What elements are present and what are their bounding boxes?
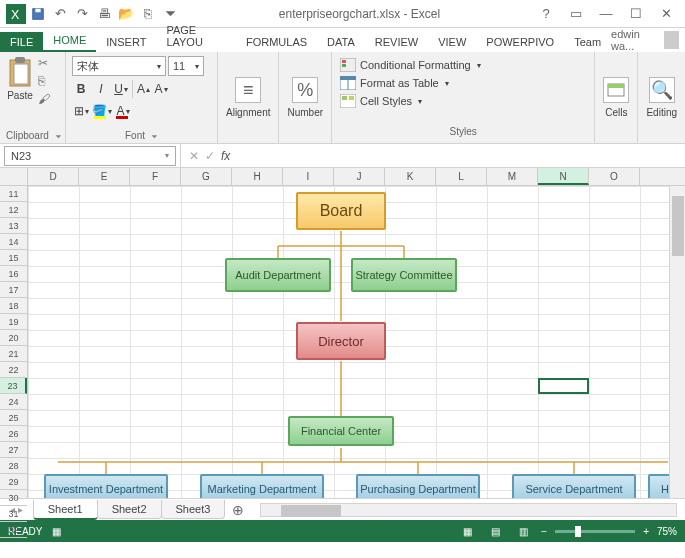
col-header-selected[interactable]: N: [538, 168, 589, 185]
conditional-formatting-button[interactable]: Conditional Formatting▾: [340, 58, 586, 72]
col-header[interactable]: E: [79, 168, 130, 185]
maximize-icon[interactable]: ☐: [623, 4, 649, 24]
italic-button[interactable]: I: [92, 80, 110, 98]
sheet-tab[interactable]: Sheet3: [161, 500, 226, 519]
name-box[interactable]: N23▾: [4, 146, 176, 166]
row-header[interactable]: 15: [0, 250, 27, 266]
row-header[interactable]: 21: [0, 346, 27, 362]
fx-cancel-icon[interactable]: ✕: [189, 149, 199, 163]
zoom-level[interactable]: 75%: [657, 526, 677, 537]
tab-insert[interactable]: INSERT: [96, 32, 156, 52]
cells-area[interactable]: Board Audit Department Strategy Committe…: [28, 186, 685, 498]
tab-data[interactable]: DATA: [317, 32, 365, 52]
group-label-font[interactable]: Font: [72, 128, 211, 141]
zoom-in-button[interactable]: +: [643, 526, 649, 537]
row-header[interactable]: 22: [0, 362, 27, 378]
font-color-button[interactable]: A▾: [114, 102, 132, 120]
group-label-clipboard[interactable]: Clipboard: [6, 128, 59, 141]
col-header[interactable]: H: [232, 168, 283, 185]
row-header[interactable]: 18: [0, 298, 27, 314]
group-editing[interactable]: 🔍 Editing: [638, 52, 685, 143]
row-header[interactable]: 19: [0, 314, 27, 330]
zoom-slider[interactable]: [555, 530, 635, 533]
col-header[interactable]: L: [436, 168, 487, 185]
col-header[interactable]: D: [28, 168, 79, 185]
minimize-icon[interactable]: —: [593, 4, 619, 24]
col-header[interactable]: O: [589, 168, 640, 185]
tab-home[interactable]: HOME: [43, 30, 96, 52]
row-header[interactable]: 26: [0, 426, 27, 442]
tab-view[interactable]: VIEW: [428, 32, 476, 52]
col-header[interactable]: M: [487, 168, 538, 185]
tab-review[interactable]: REVIEW: [365, 32, 428, 52]
row-header[interactable]: 28: [0, 458, 27, 474]
row-header[interactable]: 20: [0, 330, 27, 346]
row-header[interactable]: 13: [0, 218, 27, 234]
undo-icon[interactable]: ↶: [50, 4, 70, 24]
col-header[interactable]: K: [385, 168, 436, 185]
view-normal-icon[interactable]: ▦: [457, 523, 477, 539]
group-number[interactable]: % Number: [279, 52, 332, 143]
copy-icon[interactable]: ⎘: [138, 4, 158, 24]
close-icon[interactable]: ✕: [653, 4, 679, 24]
underline-button[interactable]: U▾: [112, 80, 130, 98]
row-header[interactable]: 11: [0, 186, 27, 202]
horizontal-scrollbar[interactable]: [260, 503, 677, 517]
redo-icon[interactable]: ↷: [72, 4, 92, 24]
sheet-tab[interactable]: Sheet1: [33, 500, 98, 520]
row-header[interactable]: 27: [0, 442, 27, 458]
help-icon[interactable]: ?: [533, 4, 559, 24]
font-size-select[interactable]: 11▾: [168, 56, 204, 76]
sheet-tab[interactable]: Sheet2: [97, 500, 162, 519]
row-header[interactable]: 24: [0, 394, 27, 410]
row-header[interactable]: 14: [0, 234, 27, 250]
view-pagelayout-icon[interactable]: ▤: [485, 523, 505, 539]
row-header[interactable]: 17: [0, 282, 27, 298]
user-name[interactable]: edwin wa...: [611, 28, 658, 52]
tab-formulas[interactable]: FORMULAS: [236, 32, 317, 52]
save-icon[interactable]: [28, 4, 48, 24]
tab-team[interactable]: Team: [564, 32, 611, 52]
paste-button[interactable]: Paste: [6, 56, 34, 106]
increase-font-icon[interactable]: A▴: [132, 80, 150, 98]
fill-color-button[interactable]: 🪣▾: [92, 102, 112, 120]
select-all-corner[interactable]: [0, 168, 28, 185]
avatar[interactable]: [664, 31, 679, 49]
col-header[interactable]: I: [283, 168, 334, 185]
cut-icon[interactable]: ✂: [38, 56, 50, 70]
tab-powerpivot[interactable]: POWERPIVO: [476, 32, 564, 52]
row-header-selected[interactable]: 23: [0, 378, 27, 394]
add-sheet-button[interactable]: ⊕: [224, 502, 252, 518]
fx-icon[interactable]: fx: [221, 149, 230, 163]
col-header[interactable]: G: [181, 168, 232, 185]
decrease-font-icon[interactable]: A▾: [152, 80, 170, 98]
tab-pagelayout[interactable]: PAGE LAYOU: [156, 20, 236, 52]
row-header[interactable]: 32: [0, 522, 27, 538]
formula-input[interactable]: [238, 146, 685, 166]
view-pagebreak-icon[interactable]: ▥: [513, 523, 533, 539]
col-header[interactable]: J: [334, 168, 385, 185]
open-icon[interactable]: 📂: [116, 4, 136, 24]
border-button[interactable]: ⊞▾: [72, 102, 90, 120]
group-cells[interactable]: Cells: [595, 52, 638, 143]
cell-styles-button[interactable]: Cell Styles▾: [340, 94, 586, 108]
font-name-select[interactable]: 宋体▾: [72, 56, 166, 76]
bold-button[interactable]: B: [72, 80, 90, 98]
zoom-out-button[interactable]: −: [541, 526, 547, 537]
fx-enter-icon[interactable]: ✓: [205, 149, 215, 163]
excel-icon[interactable]: X: [6, 4, 26, 24]
format-as-table-button[interactable]: Format as Table▾: [340, 76, 586, 90]
row-header[interactable]: 12: [0, 202, 27, 218]
vertical-scrollbar[interactable]: [669, 186, 685, 498]
print-icon[interactable]: 🖶: [94, 4, 114, 24]
row-header[interactable]: 16: [0, 266, 27, 282]
tab-file[interactable]: FILE: [0, 32, 43, 52]
copy-icon[interactable]: ⎘: [38, 74, 50, 88]
row-header[interactable]: 30: [0, 490, 27, 506]
col-header[interactable]: F: [130, 168, 181, 185]
group-alignment[interactable]: ≡ Alignment: [218, 52, 279, 143]
ribbon-options-icon[interactable]: ▭: [563, 4, 589, 24]
format-painter-icon[interactable]: 🖌: [38, 92, 50, 106]
selected-cell[interactable]: [538, 378, 589, 394]
row-header[interactable]: 25: [0, 410, 27, 426]
